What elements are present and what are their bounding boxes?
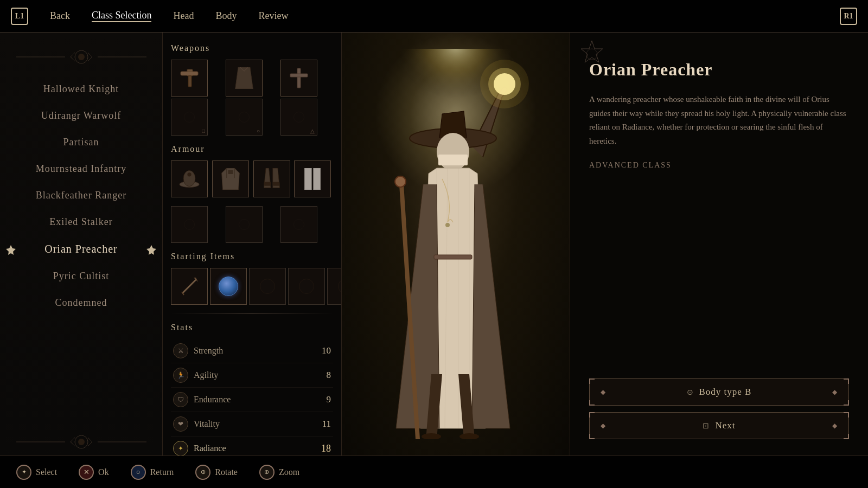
vitality-icon: ❤	[173, 416, 188, 432]
ok-label: Ok	[98, 467, 109, 477]
svg-point-35	[586, 49, 597, 60]
stats-section-title: Stats	[171, 323, 333, 332]
select-label: Select	[36, 467, 57, 477]
stat-row-radiance: ✦ Radiance 18	[171, 436, 333, 455]
class-item-partisan[interactable]: Partisan	[0, 129, 162, 156]
svg-point-6	[78, 439, 85, 445]
svg-point-15	[187, 172, 191, 176]
empty-armour-2	[239, 219, 250, 230]
action-buttons: ⊙ Body type B ⊡ Next	[589, 378, 849, 439]
empty-slot-indicator-3	[293, 112, 304, 123]
l1-badge[interactable]: L1	[11, 8, 28, 25]
armour-slot-legs[interactable]	[294, 160, 331, 197]
review-nav-item[interactable]: Review	[258, 10, 288, 22]
empty-item-3	[260, 279, 275, 294]
weapon-cross-icon	[285, 65, 312, 92]
return-button-icon: ○	[131, 465, 146, 480]
agility-label: Agility	[194, 370, 309, 380]
return-action: ○ Return	[131, 465, 174, 480]
stats-divider	[171, 313, 333, 314]
svg-rect-33	[434, 255, 472, 259]
svg-rect-28	[438, 155, 468, 165]
endurance-icon: 🛡	[173, 392, 188, 407]
class-item-mournstead-infantry[interactable]: Mournstead Infantry	[0, 156, 162, 182]
class-item-orian-preacher[interactable]: Orian Preacher	[0, 235, 162, 263]
slot-label-l1: □	[202, 128, 205, 134]
weapon-empty-slot-2[interactable]: ○	[226, 99, 263, 136]
empty-armour-1	[184, 219, 195, 230]
item-slot-2[interactable]	[210, 268, 247, 305]
armour-body-icon	[217, 165, 244, 192]
rotate-action: ⊕ Rotate	[195, 465, 238, 480]
class-item-condemned[interactable]: Condemned	[0, 290, 162, 316]
stat-row-vitality: ❤ Vitality 11	[171, 412, 333, 436]
class-item-udirangr-warwolf[interactable]: Udirangr Warwolf	[0, 102, 162, 129]
empty-item-4	[299, 279, 314, 294]
empty-armour-3	[293, 219, 304, 230]
class-item-hallowed-knight[interactable]: Hallowed Knight	[0, 76, 162, 102]
armour-slot-body[interactable]	[212, 160, 249, 197]
armour-empty-slot-1[interactable]	[171, 206, 208, 243]
armour-slot-hat[interactable]	[171, 160, 208, 197]
svg-point-30	[395, 176, 406, 187]
slot-label-triangle: △	[310, 128, 315, 134]
class-selection-nav-item[interactable]: Class Selection	[92, 10, 152, 22]
endurance-label: Endurance	[194, 395, 309, 404]
select-action: ✦ Select	[16, 465, 57, 480]
body-type-icon: ⊙	[687, 388, 694, 397]
weapon-empty-slot-1[interactable]: □	[171, 99, 208, 136]
weapon-slot-1[interactable]	[171, 60, 208, 97]
zoom-action: ⊕ Zoom	[259, 465, 299, 480]
class-detail-tag: ADVANCED CLASS	[589, 161, 849, 170]
armour-grid-row2	[171, 206, 333, 243]
zoom-label: Zoom	[279, 467, 299, 477]
rotate-label: Rotate	[215, 467, 238, 477]
armour-slot-arms[interactable]	[253, 160, 290, 197]
back-nav-item[interactable]: Back	[50, 10, 70, 22]
item-slot-4[interactable]	[288, 268, 325, 305]
item-slot-1[interactable]	[171, 268, 208, 305]
class-item-pyric-cultist[interactable]: Pyric Cultist	[0, 263, 162, 290]
armour-arms-icon	[258, 165, 285, 192]
stat-row-strength: ⚔ Strength 10	[171, 339, 333, 363]
armour-empty-slot-2[interactable]	[226, 206, 263, 243]
l1-button-badge: L1	[11, 8, 28, 25]
armour-empty-slot-3[interactable]	[280, 206, 317, 243]
item-orb-icon	[215, 273, 242, 300]
strength-label: Strength	[194, 346, 309, 356]
starting-items-section-title: Starting Items	[171, 252, 333, 261]
equipment-stats-panel: Weapons	[163, 33, 342, 455]
strength-icon: ⚔	[173, 343, 188, 358]
endurance-value: 9	[315, 394, 331, 405]
empty-item-5	[338, 279, 342, 294]
body-type-label: Body type B	[699, 387, 752, 397]
next-button[interactable]: ⊡ Next	[589, 412, 849, 439]
item-slot-3[interactable]	[249, 268, 286, 305]
return-label: Return	[150, 467, 174, 477]
starting-items-grid	[171, 268, 333, 305]
stat-row-endurance: 🛡 Endurance 9	[171, 388, 333, 412]
item-slot-5[interactable]	[327, 268, 342, 305]
armour-hat-icon	[176, 165, 203, 192]
next-button-label: Next	[715, 420, 735, 431]
ok-action: ✕ Ok	[79, 465, 109, 480]
weapon-slot-3[interactable]	[280, 60, 317, 97]
vitality-label: Vitality	[194, 419, 309, 429]
weapon-empty-slot-3[interactable]: △	[280, 99, 317, 136]
svg-point-25	[480, 60, 529, 108]
right-panel-ornament	[576, 38, 608, 70]
svg-rect-17	[264, 182, 271, 185]
svg-rect-18	[272, 182, 279, 185]
class-item-blackfeather-ranger[interactable]: Blackfeather Ranger	[0, 182, 162, 209]
svg-rect-16	[228, 170, 233, 174]
weapon-slot-2[interactable]	[226, 60, 263, 97]
empty-slot-indicator-2	[239, 112, 250, 123]
svg-point-34	[445, 223, 450, 227]
panel-top-ornament	[16, 43, 146, 70]
head-nav-item[interactable]: Head	[173, 10, 194, 22]
body-type-button[interactable]: ⊙ Body type B	[589, 378, 849, 406]
character-artwork	[353, 49, 559, 439]
body-nav-item[interactable]: Body	[215, 10, 237, 22]
svg-rect-11	[297, 68, 301, 88]
class-item-exiled-stalker[interactable]: Exiled Stalker	[0, 209, 162, 235]
